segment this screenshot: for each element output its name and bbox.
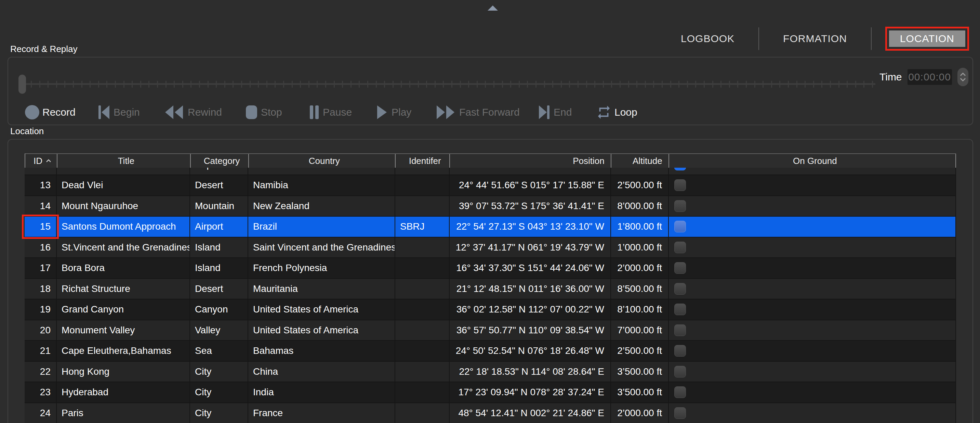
cell-title: Mount Ngauruhoe xyxy=(57,196,190,216)
cell-title: Richat Structure xyxy=(57,279,190,299)
slider-handle[interactable] xyxy=(19,75,26,94)
cell-on-ground xyxy=(669,279,956,299)
column-header-altitude[interactable]: Altitude xyxy=(611,154,669,168)
cell-category: Mountain xyxy=(190,196,248,216)
cell-on-ground xyxy=(669,258,956,278)
cell-id: 15 xyxy=(25,217,57,237)
cell-position: 24° 50' 52.54" N 076° 18' 26.48" W xyxy=(450,341,611,361)
cell-category: Desert xyxy=(190,175,248,195)
column-header-on-ground[interactable]: On Ground xyxy=(669,154,956,168)
cell-identifier xyxy=(395,238,450,258)
annotation-box-location-tab: LOCATION xyxy=(885,27,969,51)
on-ground-checkbox[interactable] xyxy=(674,179,686,191)
skip-to-end-icon xyxy=(537,104,551,120)
play-button-label: Play xyxy=(391,107,411,118)
cell-altitude: 7’000.00 ft xyxy=(611,320,669,340)
cell-id: 14 xyxy=(25,196,57,216)
cell-country: China xyxy=(248,362,395,382)
cell-country: Saint Vincent and the Grenadines xyxy=(248,238,395,258)
on-ground-checkbox[interactable] xyxy=(674,345,686,357)
play-button[interactable]: Play xyxy=(375,103,411,121)
tab-formation[interactable]: FORMATION xyxy=(759,30,871,47)
on-ground-checkbox[interactable] xyxy=(674,407,686,419)
cell-position: 36° 02' 12.58" N 112° 07' 00.22" W xyxy=(450,300,611,320)
cell-on-ground xyxy=(669,320,956,340)
cell-title: Dead Vlei xyxy=(57,175,190,195)
cell-title: Hong Kong xyxy=(57,362,190,382)
column-header-title[interactable]: Title xyxy=(57,154,191,168)
tab-location[interactable]: LOCATION xyxy=(889,30,965,47)
on-ground-checkbox[interactable] xyxy=(674,324,686,336)
app-window: LOGBOOK FORMATION LOCATION Record & Repl… xyxy=(0,0,980,423)
on-ground-checkbox[interactable] xyxy=(674,366,686,377)
cell-identifier xyxy=(395,403,450,423)
on-ground-checkbox[interactable] xyxy=(674,168,686,171)
collapse-panel-arrow[interactable] xyxy=(488,5,498,11)
begin-button[interactable]: Begin xyxy=(97,103,140,121)
cell-on-ground xyxy=(669,175,956,195)
column-header-category[interactable]: Category xyxy=(191,154,249,168)
rewind-button[interactable]: Rewind xyxy=(163,103,222,121)
cell-position: 12° 37' 41.17" N 061° 19' 43.79" W xyxy=(450,238,611,258)
column-header-country[interactable]: Country xyxy=(249,154,396,168)
table-row[interactable]: 22Hong KongCityChina22° 18' 18.53" N 114… xyxy=(25,362,956,383)
pause-button[interactable]: Pause xyxy=(309,103,352,121)
cell-title: Bora Bora xyxy=(57,258,190,278)
column-header-identifer[interactable]: Identifer xyxy=(396,154,450,168)
cell-country: France xyxy=(248,403,395,423)
on-ground-checkbox[interactable] xyxy=(674,221,686,232)
table-row[interactable]: 24ParisCityFrance48° 54' 12.41" N 002° 2… xyxy=(25,403,956,423)
end-button[interactable]: End xyxy=(537,103,572,121)
on-ground-checkbox[interactable] xyxy=(674,283,686,295)
cell-country: French Polynesia xyxy=(248,258,395,278)
on-ground-checkbox[interactable] xyxy=(674,242,686,253)
stop-button-label: Stop xyxy=(261,107,282,118)
on-ground-checkbox[interactable] xyxy=(674,200,686,212)
on-ground-checkbox[interactable] xyxy=(674,386,686,398)
table-row[interactable]: 18Richat StructureDesertMauritania21° 12… xyxy=(25,279,956,300)
on-ground-checkbox[interactable] xyxy=(674,262,686,274)
on-ground-checkbox[interactable] xyxy=(674,303,686,315)
table-row[interactable]: 13Dead VleiDesertNamibia24° 44' 51.66" S… xyxy=(25,175,956,196)
table-row[interactable]: 12SamedanAirportSwitzerlandLSZS46° 32' 0… xyxy=(25,168,956,175)
cell-id: 19 xyxy=(25,300,57,320)
skip-to-begin-icon xyxy=(97,104,111,120)
cell-altitude: 2’500.00 ft xyxy=(611,175,669,195)
time-input[interactable]: 00:00:00 xyxy=(907,69,952,85)
table-row[interactable]: 16St.Vincent and the GrenadinesIslandSai… xyxy=(25,238,956,259)
cell-altitude: 3’500.00 ft xyxy=(611,362,669,382)
record-button[interactable]: Record xyxy=(25,103,76,121)
fast-forward-button[interactable]: Fast Forward xyxy=(434,103,520,121)
slider-track[interactable] xyxy=(22,83,875,85)
table-row[interactable]: 17Bora BoraIslandFrench Polynesia16° 34'… xyxy=(25,258,956,279)
spinner-up-icon[interactable] xyxy=(959,72,966,76)
pause-button-label: Pause xyxy=(323,107,352,118)
table-row[interactable]: 19Grand CanyonCanyonUnited States of Ame… xyxy=(25,300,956,320)
stop-button[interactable]: Stop xyxy=(245,103,282,121)
cell-country: Mauritania xyxy=(248,279,395,299)
spinner-down-icon[interactable] xyxy=(959,78,966,82)
cell-altitude: 1’000.00 ft xyxy=(611,238,669,258)
time-spinner[interactable] xyxy=(958,68,968,86)
table-row[interactable]: 14Mount NgauruhoeMountainNew Zealand39° … xyxy=(25,196,956,217)
record-button-label: Record xyxy=(42,107,76,118)
cell-country: United States of America xyxy=(248,300,395,320)
column-header-position[interactable]: Position xyxy=(450,154,611,168)
loop-button[interactable]: Loop xyxy=(596,103,637,121)
loop-icon xyxy=(596,104,612,120)
tab-logbook[interactable]: LOGBOOK xyxy=(657,30,759,47)
loop-button-label: Loop xyxy=(614,107,637,118)
column-header-id[interactable]: ID xyxy=(25,154,57,168)
table-row[interactable]: 20Monument ValleyValleyUnited States of … xyxy=(25,320,956,341)
cell-id: 12 xyxy=(25,168,57,174)
cell-id: 21 xyxy=(25,341,57,361)
rewind-button-label: Rewind xyxy=(188,107,222,118)
cell-position: 22° 54' 27.13" S 043° 13' 23.10" W xyxy=(450,217,611,237)
tab-bar: LOGBOOK FORMATION LOCATION xyxy=(657,27,969,51)
table-row[interactable]: 21Cape Eleuthera,BahamasSeaBahamas24° 50… xyxy=(25,341,956,362)
table-row[interactable]: 15Santons Dumont ApproachAirportBrazilSB… xyxy=(25,217,956,238)
cell-country: Brazil xyxy=(248,217,395,237)
table-row[interactable]: 23HyderabadCityIndia17° 23' 09.94" N 078… xyxy=(25,382,956,403)
cell-category: Canyon xyxy=(190,300,248,320)
sort-ascending-icon xyxy=(46,159,51,163)
